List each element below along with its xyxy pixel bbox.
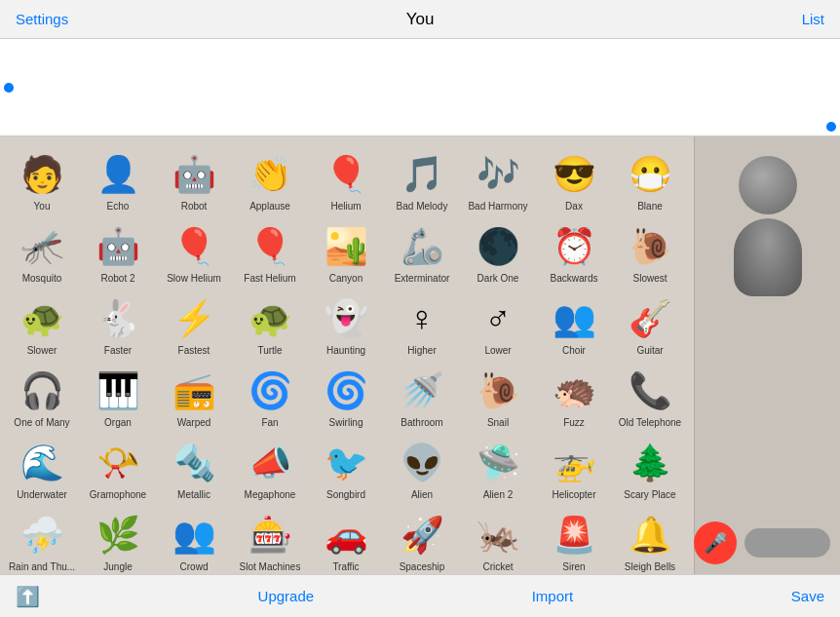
icon-item-echo[interactable]: 👤Echo (80, 144, 156, 216)
icon-emoji-fuzz: 🦔 (550, 366, 598, 415)
icon-emoji-blane: 😷 (626, 150, 674, 199)
icon-emoji-choir: 👥 (550, 294, 598, 343)
icon-label-guitar: Guitar (636, 345, 663, 357)
icon-item-blane[interactable]: 😷Blane (612, 144, 688, 216)
icon-item-songbird[interactable]: 🐦Songbird (308, 433, 384, 505)
import-button[interactable]: Import (532, 588, 574, 604)
icon-item-organ[interactable]: 🎹Organ (80, 361, 156, 433)
icon-label-crowd: Crowd (180, 561, 209, 573)
icon-item-old-telephone[interactable]: 📞Old Telephone (612, 361, 688, 433)
icon-item-applause[interactable]: 👏Applause (232, 144, 308, 216)
icon-item-bathroom[interactable]: 🚿Bathroom (384, 361, 460, 433)
icon-label-traffic: Traffic (332, 561, 359, 573)
icon-emoji-you: 🧑 (18, 150, 66, 199)
icon-emoji-fast-helium: 🎈 (246, 222, 294, 271)
icon-item-helicopter[interactable]: 🚁Helicopter (536, 433, 612, 505)
icon-item-guitar[interactable]: 🎸Guitar (612, 289, 688, 361)
icon-item-warped[interactable]: 📻Warped (156, 361, 232, 433)
icon-label-bad-harmony: Bad Harmony (468, 201, 527, 212)
save-button[interactable]: Save (791, 588, 824, 604)
page-title: You (406, 10, 435, 29)
icon-item-scary-place[interactable]: 🌲Scary Place (612, 433, 688, 505)
icon-item-slowest[interactable]: 🐌Slowest (612, 216, 688, 289)
right-panel (694, 136, 840, 574)
icon-label-one-of-many: One of Many (14, 417, 69, 429)
icon-emoji-canyon: 🏜️ (322, 222, 370, 271)
icon-item-choir[interactable]: 👥Choir (536, 289, 612, 361)
icon-label-choir: Choir (562, 345, 586, 357)
main-area: 🧑You👤Echo🤖Robot👏Applause🎈Helium🎵Bad Melo… (0, 136, 840, 574)
icon-emoji-megaphone: 📣 (246, 439, 294, 487)
icon-label-swirling: Swirling (328, 417, 363, 429)
icon-item-gramophone[interactable]: 📯Gramophone (80, 433, 156, 505)
icon-item-megaphone[interactable]: 📣Megaphone (232, 433, 308, 505)
icon-item-turtle[interactable]: 🐢Turtle (232, 289, 308, 361)
icon-item-jungle[interactable]: 🌿Jungle (80, 505, 156, 574)
icon-item-slot-machines[interactable]: 🎰Slot Machines (232, 505, 308, 574)
icon-item-lower[interactable]: ♂️Lower (460, 289, 536, 361)
icon-item-fuzz[interactable]: 🦔Fuzz (536, 361, 612, 433)
icon-item-higher[interactable]: ♀️Higher (384, 289, 460, 361)
icon-emoji-slot-machines: 🎰 (246, 511, 294, 559)
icon-emoji-traffic: 🚗 (322, 511, 370, 559)
icon-item-traffic[interactable]: 🚗Traffic (308, 505, 384, 574)
icon-label-helicopter: Helicopter (552, 489, 595, 501)
icon-item-underwater[interactable]: 🌊Underwater (4, 433, 80, 505)
icon-emoji-slower: 🐢 (18, 294, 66, 343)
icon-emoji-warped: 📻 (170, 366, 218, 415)
icon-item-fan[interactable]: 🌀Fan (232, 361, 308, 433)
icon-emoji-echo: 👤 (94, 150, 142, 199)
icon-item-crowd[interactable]: 👥Crowd (156, 505, 232, 574)
list-button[interactable]: List (798, 7, 828, 31)
icon-label-jungle: Jungle (103, 561, 132, 573)
icon-item-bad-melody[interactable]: 🎵Bad Melody (384, 144, 460, 216)
icon-item-dark-one[interactable]: 🌑Dark One (460, 216, 536, 289)
mic-button[interactable]: 🎤 (694, 521, 737, 564)
icon-item-exterminator[interactable]: 🦾Exterminator (384, 216, 460, 289)
icon-item-snail[interactable]: 🐌Snail (460, 361, 536, 433)
icon-item-alien[interactable]: 👽Alien (384, 433, 460, 505)
icon-emoji-old-telephone: 📞 (626, 366, 674, 415)
icon-item-spaceship[interactable]: 🚀Spaceship (384, 505, 460, 574)
icon-item-sleigh-bells[interactable]: 🔔Sleigh Bells (612, 505, 688, 574)
icon-item-siren[interactable]: 🚨Siren (536, 505, 612, 574)
icon-item-one-of-many[interactable]: 🎧One of Many (4, 361, 80, 433)
icon-item-alien2[interactable]: 🛸Alien 2 (460, 433, 536, 505)
icon-label-faster: Faster (104, 345, 132, 357)
icon-item-rain-thunder[interactable]: ⛈️Rain and Thu... (4, 505, 80, 574)
icon-item-slower[interactable]: 🐢Slower (4, 289, 80, 361)
icon-item-backwards[interactable]: ⏰Backwards (536, 216, 612, 289)
icon-item-slow-helium[interactable]: 🎈Slow Helium (156, 216, 232, 289)
icon-item-fast-helium[interactable]: 🎈Fast Helium (232, 216, 308, 289)
icon-item-helium[interactable]: 🎈Helium (308, 144, 384, 216)
icon-item-swirling[interactable]: 🌀Swirling (308, 361, 384, 433)
icon-emoji-dark-one: 🌑 (474, 222, 522, 271)
icon-item-faster[interactable]: 🐇Faster (80, 289, 156, 361)
share-icon[interactable]: ⬆️ (16, 585, 40, 608)
icon-item-you[interactable]: 🧑You (4, 144, 80, 216)
icon-emoji-swirling: 🌀 (322, 366, 370, 415)
icon-item-canyon[interactable]: 🏜️Canyon (308, 216, 384, 289)
icon-emoji-helium: 🎈 (322, 150, 370, 199)
icon-label-bathroom: Bathroom (401, 417, 442, 429)
icon-emoji-alien2: 🛸 (474, 439, 522, 487)
icon-item-metallic[interactable]: 🔩Metallic (156, 433, 232, 505)
icon-label-dark-one: Dark One (477, 273, 519, 285)
icon-item-bad-harmony[interactable]: 🎶Bad Harmony (460, 144, 536, 216)
icon-grid-container[interactable]: 🧑You👤Echo🤖Robot👏Applause🎈Helium🎵Bad Melo… (0, 136, 694, 574)
icon-item-fastest[interactable]: ⚡Fastest (156, 289, 232, 361)
icon-item-robot[interactable]: 🤖Robot (156, 144, 232, 216)
icon-item-mosquito[interactable]: 🦟Mosquito (4, 216, 80, 289)
upgrade-button[interactable]: Upgrade (258, 588, 315, 604)
icon-label-canyon: Canyon (329, 273, 363, 285)
icon-label-alien2: Alien 2 (483, 489, 514, 501)
icon-item-dax[interactable]: 😎Dax (536, 144, 612, 216)
icon-emoji-bad-melody: 🎵 (398, 150, 446, 199)
icon-label-scary-place: Scary Place (624, 489, 675, 501)
icon-emoji-one-of-many: 🎧 (18, 366, 66, 415)
icon-item-haunting[interactable]: 👻Haunting (308, 289, 384, 361)
icon-item-cricket[interactable]: 🦗Cricket (460, 505, 536, 574)
settings-button[interactable]: Settings (12, 7, 72, 31)
icon-item-robot2[interactable]: 🤖Robot 2 (80, 216, 156, 289)
icon-emoji-siren: 🚨 (550, 511, 598, 559)
